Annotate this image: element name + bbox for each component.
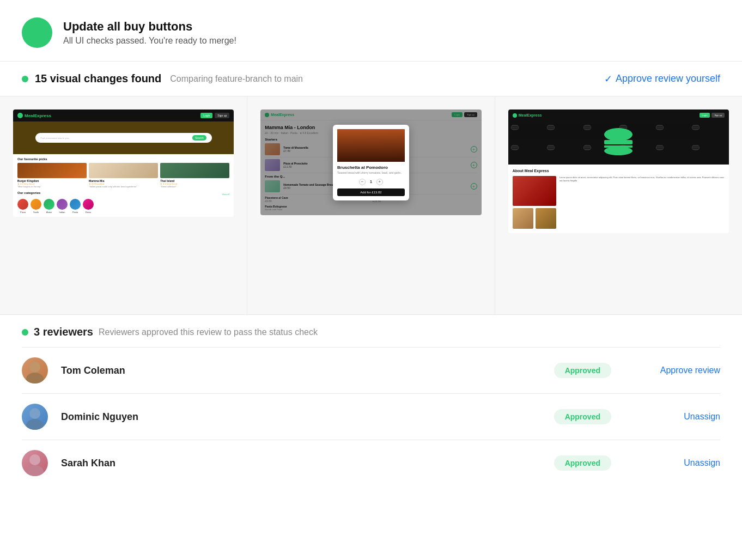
unassign-action-sarah[interactable]: Unassign [633,458,720,468]
approve-review-yourself-link[interactable]: ✓ Approve review yourself [604,73,720,85]
reviewers-header: 3 reviewers Reviewers approved this revi… [22,326,720,338]
ss1-search-btn[interactable]: Search [192,135,206,141]
ss1-categories-header: Our categories View all [17,191,229,197]
ss3-center-burger-icon [602,126,635,159]
avatar-tom-inner [22,357,48,384]
ss1-cat-icon-sushi [31,199,41,210]
visual-changes-section: 15 visual changes found Comparing featur… [0,62,742,96]
ss3-about-img-chef2 [536,208,556,229]
reviewers-section: 3 reviewers Reviewers approved this revi… [0,315,742,486]
ss1-cat-label-dessert: Dessr [83,211,94,214]
ss2-increase-qty-btn[interactable]: + [376,179,383,185]
ss3-about-content: About Meal Express Lorem ipsum dolor sit… [508,165,729,233]
ss2-modal-image [337,129,405,162]
visual-changes-left: 15 visual changes found Comparing featur… [22,72,303,85]
ss3-about-img-main [513,176,556,206]
reviewer-name-dominic: Dominic Nguyen [61,411,554,423]
ss1-card-img-1 [17,163,87,178]
ss1-card-3: Thai Island ★ 4.4 Very Good "Great selec… [160,163,229,188]
ss1-cat-label-asian: Asian [44,211,54,214]
ss1-cat-pizza: Pizza [17,199,28,214]
ss1-cat-label-pizza: Pizza [17,211,28,214]
ss2-qty-value: 1 [370,180,372,184]
ss1-signup-btn[interactable]: Sign up [215,113,229,118]
ss1-hero: Find a restaurant near to you... Search [13,121,234,154]
svg-point-17 [26,373,44,384]
ss3-about-grid: Lorem ipsum dolor sit amet, consectetur … [513,176,725,229]
approved-badge-dominic: Approved [554,409,611,424]
page-subtitle: All UI checks passed. You're ready to me… [63,36,236,46]
ss3-header: MealExpress Login Sign up [508,109,729,121]
avatar-sarah [22,450,48,476]
ss3-about-img-row [513,208,556,229]
ss1-card-img-2 [89,163,158,178]
reviewer-row-dominic: Dominic Nguyen Approved Unassign [22,393,720,440]
reviewer-row-tom: Tom Coleman Approved Approve review [22,347,720,393]
ss3-hero [508,121,729,165]
ss1-card-2: Mamma Mia ★ 4.8 Excellent "Italian pasta… [89,163,158,188]
svg-point-15 [604,147,632,155]
avatar-dominic [22,404,48,430]
visual-changes-count: 15 visual changes found [35,72,161,85]
ss1-view-all[interactable]: View all [222,193,230,196]
screenshot-panel-1: MealExpress Login Sign up Find a restaur… [0,96,247,314]
reviewers-status-dot [22,329,28,336]
ss1-picks-title: Our favourite picks [17,157,229,161]
screenshot-2-restaurant: MealExpress Login Sign up Mamma Mia - Lo… [260,109,481,215]
ss1-cat-asian: Asian [44,199,54,214]
ss2-modal-overlay: Bruschetta al Pomodoro Toasted bread wit… [260,109,481,215]
visual-changes-description: Comparing feature-branch to main [170,74,303,84]
status-icon [22,17,52,48]
reviewers-description: Reviewers approved this review to pass t… [99,327,318,337]
ss1-header: MealExpress Login Sign up [13,109,234,121]
ss1-cat-indian: Indian [57,199,68,214]
ss1-cat-label-indian: Indian [57,211,68,214]
ss2-add-to-cart-btn[interactable]: Add for £13.82 [337,188,405,196]
ss1-card-desc-2: "Italian pasta made only with the best i… [89,185,158,188]
ss3-signup-btn[interactable]: Sign up [711,113,725,118]
ss1-cat-icon-asian [44,199,54,210]
ss1-cat-dessert: Dessr [83,199,94,214]
svg-point-21 [29,454,40,465]
ss2-modal-quantity: − 1 + [337,179,405,185]
ss1-cat-pasta: Pasta [70,199,81,214]
screenshot-3-about: MealExpress Login Sign up [508,109,729,233]
ss1-cat-label-sushi: Sushi [31,211,41,214]
screenshot-1-homepage: MealExpress Login Sign up Find a restaur… [13,109,234,217]
svg-point-19 [29,408,40,419]
svg-rect-13 [604,140,632,144]
ss3-logo: MealExpress [513,113,542,118]
ss1-logo: MealExpress [17,113,51,118]
ss1-categories-title: Our categories [17,191,40,194]
ss3-about-images [513,176,556,229]
ss3-about-img-chef1 [513,208,533,229]
page-title: Update all buy buttons [63,20,236,34]
header-text: Update all buy buttons All UI checks pas… [63,20,236,46]
reviewer-name-tom: Tom Coleman [61,365,554,376]
ss1-cat-icon-indian [57,199,68,210]
ss1-card-desc-3: "Great selection" [160,185,229,188]
ss1-cat-label-pasta: Pasta [70,211,81,214]
status-dot [22,76,28,82]
ss3-about-title: About Meal Express [513,169,725,173]
ss1-search-bar[interactable]: Find a restaurant near to you... Search [35,133,212,143]
reviewer-row-sarah: Sarah Khan Approved Unassign [22,440,720,486]
ss1-card-desc-1: "Best burgers in the city" [17,185,87,188]
svg-point-16 [29,362,40,373]
approved-badge-sarah: Approved [554,455,611,471]
unassign-action-dominic[interactable]: Unassign [633,412,720,422]
screenshots-gallery: MealExpress Login Sign up Find a restaur… [0,96,742,315]
ss2-modal: Bruschetta al Pomodoro Toasted bread wit… [333,125,409,200]
approve-review-action-tom[interactable]: Approve review [633,366,720,375]
header-section: Update all buy buttons All UI checks pas… [0,0,742,62]
ss3-login-btn[interactable]: Login [700,113,710,118]
ss1-cat-sushi: Sushi [31,199,41,214]
ss1-login-btn[interactable]: Login [200,113,212,118]
ss3-about-text: Lorem ipsum dolor sit amet, consectetur … [559,176,725,229]
ss1-content: Our favourite picks Burger Kingdom ★ 4.2… [13,154,234,217]
ss2-decrease-qty-btn[interactable]: − [359,179,366,185]
avatar-tom [22,357,48,384]
ss1-card-1: Burger Kingdom ★ 4.2 Very Good "Best bur… [17,163,87,188]
check-icon: ✓ [604,73,612,85]
reviewer-name-sarah: Sarah Khan [61,458,554,469]
